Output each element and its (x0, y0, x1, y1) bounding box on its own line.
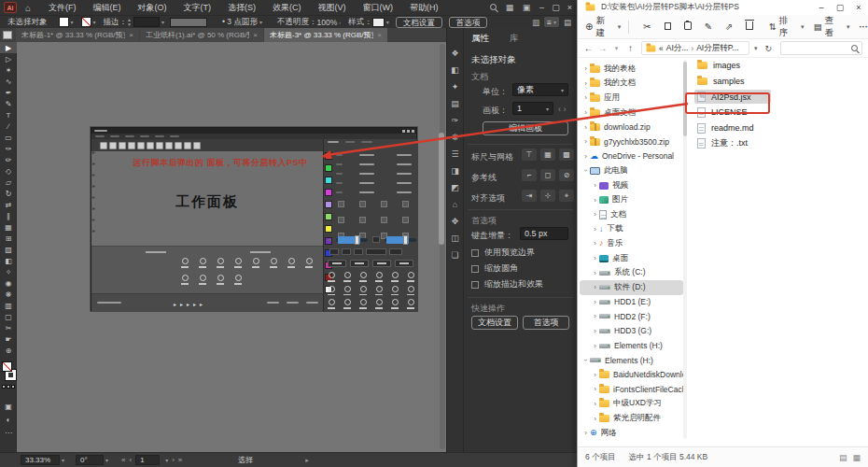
type-tool[interactable]: T (0, 109, 17, 120)
paintbrush-tool[interactable]: ✑ (0, 143, 17, 154)
file-item[interactable]: images (692, 58, 867, 74)
color-guide-panel-icon[interactable]: ✦ (452, 82, 459, 92)
minimize-button[interactable]: – (535, 0, 549, 15)
preference-checkbox[interactable]: 缩放圆角 (471, 262, 518, 275)
quick-document-setup-button[interactable]: 文档设置 (471, 316, 518, 330)
line-tool[interactable]: ∕ (0, 120, 17, 132)
prev-artboard-icon[interactable]: ‹ (129, 456, 132, 464)
share-icon[interactable]: ⇗ (719, 21, 739, 32)
chevron-icon[interactable]: › (591, 400, 599, 408)
cut-icon[interactable]: ✂ (637, 21, 657, 32)
search-icon[interactable] (484, 3, 501, 12)
magic-wand-tool[interactable]: ✶ (0, 64, 17, 76)
snap-to-glyph-icon[interactable]: ⌖ (559, 190, 574, 202)
tree-item[interactable]: ›中级UXD学习 (580, 397, 683, 412)
chevron-icon[interactable]: › (581, 123, 590, 132)
chevron-icon[interactable]: › (591, 181, 599, 190)
menubar-menu[interactable]: 效果(C) (264, 0, 310, 15)
forward-button[interactable]: → (595, 43, 609, 53)
artboard-tool[interactable]: ▢ (0, 311, 17, 322)
checkbox-icon[interactable] (471, 265, 479, 273)
copy-icon[interactable] (657, 21, 678, 32)
smart-guides-icon[interactable]: ⊘ (559, 169, 574, 181)
libraries-panel-icon[interactable]: ❖ (451, 49, 458, 58)
menubar-menu[interactable]: 文件(F) (40, 0, 85, 15)
tree-item[interactable]: ›g7yychlxb3500.zip (580, 134, 683, 149)
chevron-icon[interactable]: › (591, 298, 599, 306)
symbols-panel-icon[interactable]: ❋ (452, 133, 459, 142)
curvature-tool[interactable]: ✎ (0, 98, 17, 109)
tree-item[interactable]: ›Elements (H:) (580, 353, 683, 368)
up-button[interactable]: ↑ (623, 43, 637, 53)
fill-stroke-widget[interactable] (0, 360, 17, 397)
breadcrumb[interactable]: « AI分... › AI分层转P... (641, 41, 749, 55)
width-tool[interactable]: ∥ (0, 210, 17, 221)
artboard-select[interactable]: 1▾ (512, 102, 553, 115)
screen-mode-icon[interactable]: ◐ (0, 416, 17, 424)
chevron-icon[interactable]: › (581, 137, 590, 146)
appearance-panel-icon[interactable]: ⌂ (453, 200, 457, 209)
menubar-menu[interactable]: 文字(T) (175, 0, 220, 15)
preferences-button[interactable]: 首选项 (449, 17, 488, 28)
mesh-tool[interactable]: ▨ (0, 244, 17, 255)
zoom-tool[interactable]: ⊕ (0, 345, 17, 356)
blend-tool[interactable]: ◉ (0, 277, 17, 289)
chevron-icon[interactable]: › (581, 429, 590, 437)
symbol-sprayer-tool[interactable]: ❋ (0, 289, 17, 300)
tree-item[interactable]: ›视频 (580, 178, 683, 193)
tree-item[interactable]: ›此电脑 (580, 163, 683, 178)
show-guides-icon[interactable]: ⌐ (522, 169, 537, 181)
chevron-icon[interactable]: › (581, 152, 590, 161)
chevron-icon[interactable]: › (581, 64, 590, 73)
refresh-icon[interactable]: ↻ (765, 44, 773, 53)
align-icon[interactable]: ▥ (532, 18, 539, 27)
maximize-button[interactable]: ▢ (831, 0, 849, 15)
breadcrumb-item[interactable]: AI分层转P... (696, 43, 738, 54)
rename-icon[interactable]: ✎ (698, 21, 719, 32)
tree-item[interactable]: ›文档 (580, 207, 683, 222)
next-artboard-icon[interactable]: › (172, 456, 175, 464)
tree-item[interactable]: ›↓下载 (580, 222, 683, 237)
gradient-panel-icon[interactable]: ◨ (451, 166, 459, 176)
chevron-icon[interactable]: › (591, 342, 599, 350)
file-item[interactable]: AI2Psd.jsx (692, 89, 867, 105)
shaper-tool[interactable]: ◇ (0, 165, 17, 177)
breadcrumb-prefix[interactable]: « (659, 44, 664, 53)
tree-item[interactable]: ›HDD3 (G:) (580, 324, 683, 339)
tree-item[interactable]: ›系统 (C:) (580, 265, 683, 280)
close-icon[interactable]: × (253, 31, 258, 39)
tab-libraries[interactable]: 库 (510, 33, 519, 45)
brushes-panel-icon[interactable]: ✑ (452, 116, 459, 125)
slice-tool[interactable]: ✂ (0, 322, 17, 333)
document-tab[interactable]: 未标题-1* @ 33.33 % (RGB/预览)× (16, 28, 139, 42)
color-panel-icon[interactable]: ◧ (451, 65, 459, 75)
rectangle-tool[interactable]: ▭ (0, 132, 17, 143)
chevron-icon[interactable]: › (591, 225, 599, 234)
lasso-tool[interactable]: ∿ (0, 76, 17, 87)
direct-selection-tool[interactable]: ▷ (0, 53, 17, 64)
menubar-menu[interactable]: 对象(O) (130, 0, 175, 15)
tree-item[interactable]: ›桌面 (580, 251, 683, 266)
swatches-panel-icon[interactable]: ▤ (451, 99, 459, 108)
stroke-panel-icon[interactable]: ☰ (451, 149, 458, 159)
draw-mode-icon[interactable]: ▣ (0, 403, 17, 411)
edit-artboards-button[interactable]: 编辑画板 (483, 121, 568, 135)
details-view-icon[interactable]: ▤ (839, 453, 847, 462)
snap-to-pixel-icon[interactable]: ⊹ (540, 190, 555, 202)
back-button[interactable]: ← (581, 43, 595, 53)
more-options-button[interactable]: ··· (859, 21, 868, 32)
transparency-grid-icon[interactable]: ▩ (559, 149, 574, 161)
tree-item[interactable]: ›软件 (D:) (580, 280, 683, 295)
artboard-nav-icons[interactable]: ‹ › (558, 105, 567, 114)
large-icons-view-icon[interactable]: ▦ (852, 453, 861, 462)
style-swatch[interactable] (372, 18, 385, 27)
color-mode-buttons[interactable] (2, 385, 15, 389)
fill-color-swatch[interactable] (59, 17, 69, 27)
arrange-documents-icon[interactable]: ▦ (501, 3, 518, 12)
document-tab[interactable]: 未标题-3* @ 33.33 % (RGB/预览)× (264, 28, 387, 42)
close-button[interactable]: × (563, 0, 577, 15)
minimize-button[interactable]: – (812, 0, 831, 15)
file-item[interactable]: samples (692, 74, 867, 90)
preference-checkbox[interactable]: 缩放描边和效果 (471, 278, 543, 290)
preference-checkbox[interactable]: 使用预览边界 (471, 247, 535, 259)
